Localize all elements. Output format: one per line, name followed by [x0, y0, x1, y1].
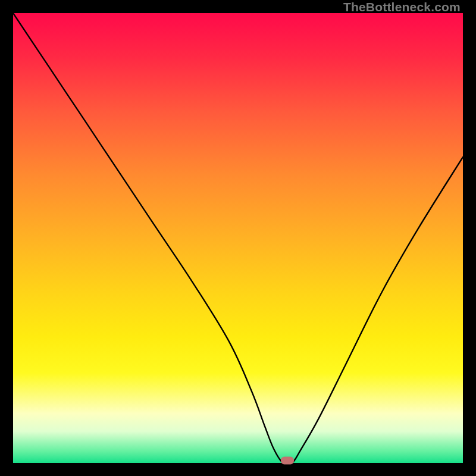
optimum-marker	[281, 457, 294, 465]
plot-area	[13, 13, 463, 463]
bottleneck-curve	[13, 13, 463, 463]
chart-container: TheBottleneck.com	[0, 0, 476, 476]
watermark-text: TheBottleneck.com	[343, 0, 461, 14]
curve-path	[13, 13, 463, 463]
